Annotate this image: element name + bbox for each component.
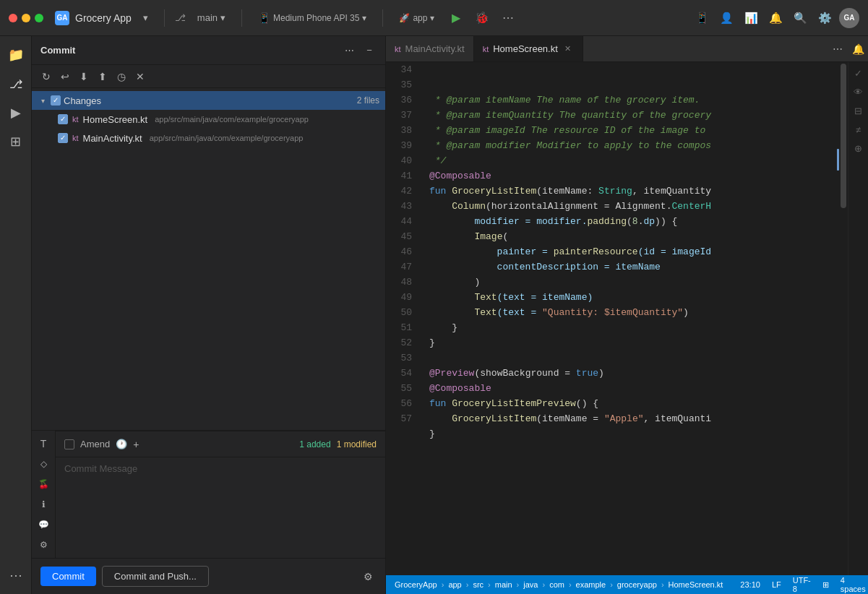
profiler-icon: 📊 xyxy=(744,12,758,25)
checkmark-btn[interactable]: ✓ xyxy=(851,65,867,81)
breadcrumb-item[interactable]: groceryapp xyxy=(614,580,660,589)
changes-checkbox[interactable]: ✓ xyxy=(51,95,61,106)
file-checkbox-mainactivity[interactable]: ✓ xyxy=(58,133,68,143)
commit-settings-btn[interactable]: ⚙ xyxy=(359,568,377,585)
push-toolbar-btn[interactable]: ⬆ xyxy=(94,68,111,85)
bottom-section: T ◇ 🍒 ℹ 💬 ⚙ Amend 🕐 + 1 added xyxy=(32,430,385,594)
indent-indicator[interactable]: ⊞ xyxy=(820,580,832,590)
run-btn[interactable]: ▶ xyxy=(446,8,466,28)
git-branch-icon: ⎇ xyxy=(175,12,186,23)
device-selector-btn[interactable]: 📱 Medium Phone API 35 ▾ xyxy=(252,9,372,27)
preview-btn[interactable]: 👁 xyxy=(851,84,867,100)
profiler-btn[interactable]: 📊 xyxy=(741,8,761,28)
editor-area: kt MainActivity.kt kt HomeScreen.kt ✕ ⋯ … xyxy=(386,36,868,594)
split-icon: ⊟ xyxy=(854,106,862,116)
position-indicator[interactable]: 23:10 xyxy=(737,580,763,589)
fetch-btn[interactable]: ⬇ xyxy=(75,68,93,85)
amend-add-btn[interactable]: + xyxy=(133,439,139,450)
more-options-btn[interactable]: ⋯ xyxy=(498,8,518,28)
app-menu-btn[interactable]: ▾ xyxy=(137,9,154,26)
activity-more-btn[interactable]: ⋯ xyxy=(3,562,29,588)
commit-btn[interactable]: Commit xyxy=(40,567,96,586)
amend-checkbox[interactable] xyxy=(64,439,74,449)
minimize-window-btn[interactable] xyxy=(22,14,30,22)
logcat-icon: 🔔 xyxy=(769,12,783,25)
commit-toolbar: ↻ ↩ ⬇ ⬆ ◷ ✕ xyxy=(32,65,385,88)
activity-extensions-btn[interactable]: ⊞ xyxy=(3,129,29,155)
comment-btn[interactable]: 💬 xyxy=(35,516,52,533)
breadcrumb-separator: › xyxy=(442,580,444,589)
device-manager-icon: 📱 xyxy=(695,12,709,25)
emulator-btn[interactable]: 👤 xyxy=(716,8,736,28)
breadcrumb-item[interactable]: main xyxy=(492,580,515,589)
check-mark: ✓ xyxy=(53,97,59,104)
undo-btn[interactable]: ↩ xyxy=(56,68,74,85)
activity-project-btn[interactable]: 📁 xyxy=(3,42,29,68)
debug-btn[interactable]: 🐞 xyxy=(472,8,492,28)
undo-icon: ↩ xyxy=(61,71,69,82)
history-btn[interactable]: ◷ xyxy=(113,68,130,85)
breadcrumb-item[interactable]: com xyxy=(546,580,567,589)
breadcrumb-item[interactable]: app xyxy=(445,580,464,589)
branch-selector-btn[interactable]: main ▾ xyxy=(192,9,231,26)
tab-mainactivity[interactable]: kt MainActivity.kt xyxy=(386,36,474,61)
encoding-indicator[interactable]: UTF-8 xyxy=(790,576,814,593)
breadcrumb-item[interactable]: HomeScreen.kt xyxy=(666,580,726,589)
activity-run-debug-btn[interactable]: ▶ xyxy=(3,100,29,126)
settings-btn[interactable]: ⚙️ xyxy=(815,8,835,28)
activity-bar: 📁 ⎇ ▶ ⊞ ⋯ xyxy=(0,36,32,594)
commit-message-input[interactable] xyxy=(64,463,377,552)
file-checkbox-homescreen[interactable]: ✓ xyxy=(58,114,68,124)
title-bar-right: 📱 👤 📊 🔔 🔍 ⚙️ GA xyxy=(692,8,859,28)
changes-header-row[interactable]: ▾ ✓ Changes 2 files xyxy=(32,91,385,110)
device-manager-btn[interactable]: 📱 xyxy=(692,8,712,28)
activity-source-control-btn[interactable]: ⎇ xyxy=(3,71,29,97)
file-row[interactable]: ✓ kt MainActivity.kt app/src/main/java/c… xyxy=(32,129,385,147)
editor-notifications-btn[interactable]: 🔔 xyxy=(848,39,868,59)
amend-clock-btn[interactable]: 🕐 xyxy=(116,439,127,449)
tab-label-mainactivity: MainActivity.kt xyxy=(405,43,465,54)
indent-icon: ⊞ xyxy=(822,580,829,590)
line-ending-indicator[interactable]: LF xyxy=(769,580,784,589)
expand-code-btn[interactable]: ⊕ xyxy=(851,140,867,156)
tab-close-homescreen[interactable]: ✕ xyxy=(562,43,574,55)
checkmark-icon: ✓ xyxy=(854,68,862,79)
breadcrumb-separator: › xyxy=(517,580,520,589)
settings-small-icon: ⚙ xyxy=(40,540,48,550)
diff-btn[interactable]: ≠ xyxy=(851,121,867,137)
cherry-pick-btn[interactable]: 🍒 xyxy=(35,475,52,493)
code-content[interactable]: * @param itemName The name of the grocer… xyxy=(418,62,837,575)
close-panel-btn[interactable]: ✕ xyxy=(132,68,149,85)
tag-btn[interactable]: ◇ xyxy=(35,455,52,473)
file-row[interactable]: ✓ kt HomeScreen.kt app/src/main/java/com… xyxy=(32,110,385,129)
file-name-homescreen: HomeScreen.kt xyxy=(83,114,148,125)
logcat-btn[interactable]: 🔔 xyxy=(765,8,786,28)
breadcrumb-item[interactable]: example xyxy=(573,580,609,589)
breadcrumb-separator: › xyxy=(488,580,491,589)
panel-minimize-btn[interactable]: − xyxy=(362,43,377,58)
scrollbar-thumb[interactable] xyxy=(841,64,846,208)
user-avatar-btn[interactable]: GA xyxy=(839,8,859,28)
added-badge: 1 added xyxy=(299,439,330,449)
split-view-btn[interactable]: ⊟ xyxy=(851,103,867,119)
maximize-window-btn[interactable] xyxy=(35,14,43,22)
editor-scrollbar[interactable] xyxy=(839,62,848,575)
breadcrumb-item[interactable]: src xyxy=(470,580,486,589)
indentation-selector[interactable]: 4 spaces xyxy=(838,576,868,593)
format-text-btn[interactable]: T xyxy=(35,435,52,452)
breadcrumb-item[interactable]: GroceryApp xyxy=(392,580,440,589)
settings-small-btn[interactable]: ⚙ xyxy=(35,536,52,554)
app-target-btn[interactable]: 🚀 app ▾ xyxy=(393,10,440,26)
panel-options-btn[interactable]: ⋯ xyxy=(342,43,356,58)
breadcrumb-item[interactable]: java xyxy=(520,580,541,589)
tab-homescreen[interactable]: kt HomeScreen.kt ✕ xyxy=(474,36,583,61)
changes-area: ▾ ✓ Changes 2 files ✓ kt HomeScreen.kt a… xyxy=(32,88,385,430)
file-type-icon-homescreen: kt xyxy=(72,115,79,124)
commit-and-push-btn[interactable]: Commit and Push... xyxy=(102,566,209,587)
close-window-btn[interactable] xyxy=(9,14,17,22)
info-btn[interactable]: ℹ xyxy=(35,496,52,513)
search-everywhere-btn[interactable]: 🔍 xyxy=(790,8,810,28)
app-icon-badge: GA xyxy=(55,11,69,25)
editor-tabs-more-btn[interactable]: ⋯ xyxy=(828,39,848,59)
refresh-btn[interactable]: ↻ xyxy=(38,68,55,85)
